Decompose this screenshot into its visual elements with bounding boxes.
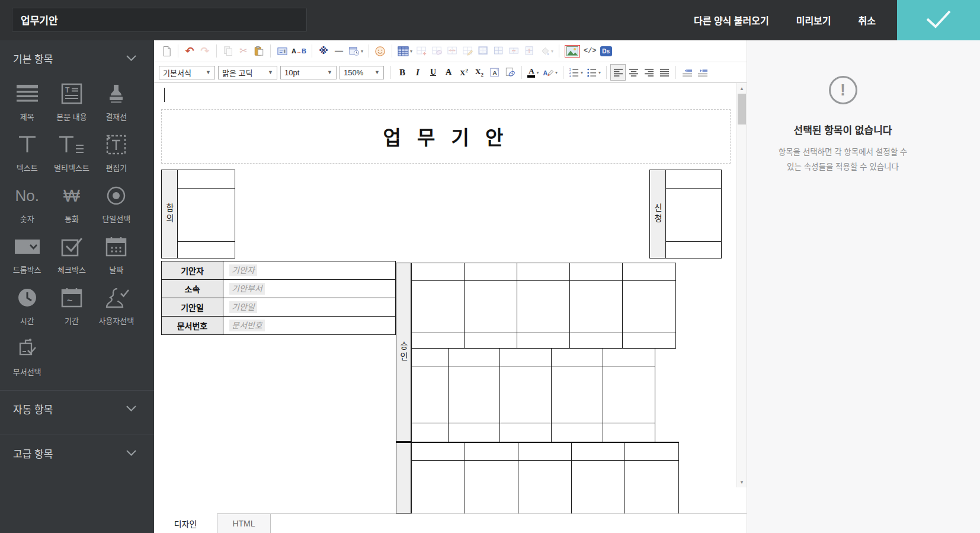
tab-design[interactable]: 디자인 bbox=[154, 513, 217, 533]
info-row-value-cell[interactable]: 기안자 bbox=[223, 261, 396, 280]
ordered-list-button[interactable]: 123▾ bbox=[567, 64, 585, 81]
hyperlink-button[interactable] bbox=[502, 64, 518, 81]
info-row-value-cell[interactable]: 기안부서 bbox=[223, 280, 396, 298]
approval-cell[interactable] bbox=[178, 189, 235, 242]
approval-cell[interactable] bbox=[465, 281, 517, 333]
sidebar-item-dept-select[interactable]: 부서선택 bbox=[5, 332, 49, 377]
approval-cell[interactable] bbox=[623, 263, 676, 281]
approval-cell[interactable] bbox=[666, 242, 722, 258]
copy-button[interactable] bbox=[220, 43, 236, 59]
sidebar-section-auto[interactable]: 자동 항목 bbox=[0, 391, 154, 426]
subscript-button[interactable]: X2 bbox=[472, 64, 487, 81]
sidebar-item-body-content[interactable]: T본문 내용 bbox=[49, 77, 94, 122]
sidebar-item-time[interactable]: 시간 bbox=[5, 281, 49, 326]
insert-datetime-button[interactable]: ▾ bbox=[347, 43, 365, 59]
approval-cell[interactable] bbox=[552, 349, 603, 366]
align-left-button[interactable] bbox=[610, 64, 626, 81]
approval-cell[interactable] bbox=[570, 333, 623, 349]
tab-html[interactable]: HTML bbox=[217, 513, 271, 533]
superscript-button[interactable]: X2 bbox=[456, 64, 472, 81]
info-row-value-cell[interactable]: 문서번호 bbox=[223, 317, 396, 335]
approval-cell[interactable] bbox=[570, 281, 623, 333]
approval-cell[interactable] bbox=[465, 333, 517, 349]
emoticon-button[interactable] bbox=[373, 43, 388, 59]
strikethrough-button[interactable]: A bbox=[441, 64, 456, 81]
approval-cell[interactable] bbox=[465, 263, 517, 281]
approval-cell[interactable] bbox=[552, 423, 603, 442]
font-size-select[interactable]: 10pt▼ bbox=[280, 66, 337, 79]
approval-cell[interactable] bbox=[552, 366, 603, 423]
approval-cell[interactable] bbox=[603, 349, 655, 366]
approval-cell[interactable] bbox=[623, 281, 676, 333]
approval-cell[interactable] bbox=[625, 461, 679, 513]
approval-cell[interactable] bbox=[412, 461, 465, 513]
approval-cell[interactable] bbox=[517, 263, 570, 281]
sidebar-item-approval-line[interactable]: 결재선 bbox=[94, 77, 139, 122]
italic-button[interactable]: I bbox=[410, 64, 425, 81]
approval-cell[interactable] bbox=[500, 366, 552, 423]
approval-cell[interactable] bbox=[570, 263, 623, 281]
highlight-color-button[interactable]: A▾ bbox=[541, 64, 559, 81]
sidebar-item-currency[interactable]: ₩통화 bbox=[49, 179, 94, 224]
approval-cell[interactable] bbox=[178, 170, 235, 189]
agree-approval-table[interactable]: 합의 bbox=[161, 170, 235, 258]
table-eraser-button[interactable] bbox=[430, 43, 445, 59]
insert-table-button[interactable]: ▾ bbox=[396, 43, 414, 59]
request-approval-table[interactable]: 신청 bbox=[649, 170, 722, 258]
align-center-button[interactable] bbox=[626, 64, 641, 81]
approval-cell[interactable] bbox=[412, 281, 465, 333]
info-row-value-cell[interactable]: 기안일 bbox=[223, 298, 396, 317]
sidebar-item-text[interactable]: 텍스트 bbox=[5, 128, 49, 173]
form-canvas[interactable]: 업 무 기 안 합의 신청 기안자 bbox=[154, 83, 747, 513]
approval-cell[interactable] bbox=[412, 443, 465, 461]
approval-cell[interactable] bbox=[517, 281, 570, 333]
table-edit-button[interactable] bbox=[460, 43, 476, 59]
approval-cell[interactable] bbox=[518, 443, 572, 461]
approval-cell[interactable] bbox=[412, 423, 449, 442]
sidebar-item-editor[interactable]: 편집기 bbox=[94, 128, 139, 173]
align-right-button[interactable] bbox=[641, 64, 656, 81]
outdent-button[interactable] bbox=[680, 64, 695, 81]
sidebar-item-multitext[interactable]: 멀티텍스트 bbox=[49, 128, 94, 173]
approval-cell[interactable] bbox=[412, 263, 465, 281]
approval-cell[interactable] bbox=[465, 443, 518, 461]
new-document-button[interactable] bbox=[159, 43, 174, 59]
sidebar-item-period[interactable]: ~기간 bbox=[49, 281, 94, 326]
special-char-button[interactable]: ※ bbox=[316, 43, 331, 59]
approval-cell[interactable] bbox=[465, 461, 518, 513]
split-cols-button[interactable] bbox=[507, 43, 522, 59]
cut-button[interactable]: ✂ bbox=[236, 43, 251, 59]
align-justify-button[interactable] bbox=[656, 64, 672, 81]
sidebar-item-number[interactable]: No.숫자 bbox=[5, 179, 49, 224]
approval-cell[interactable] bbox=[500, 349, 552, 366]
merge-cells-button[interactable] bbox=[445, 43, 460, 59]
html-source-button[interactable]: </> bbox=[582, 43, 598, 59]
confirm-button[interactable] bbox=[897, 0, 980, 40]
doc-title-block[interactable]: 업 무 기 안 bbox=[161, 109, 731, 164]
find-replace-button[interactable]: A→B bbox=[290, 43, 308, 59]
approval-cell[interactable] bbox=[603, 423, 655, 442]
sidebar-item-date[interactable]: 날짜 bbox=[94, 230, 139, 275]
doc-service-button[interactable]: Ds bbox=[598, 43, 614, 59]
insert-field-button[interactable] bbox=[274, 43, 290, 59]
redo-button[interactable]: ↷ bbox=[197, 43, 213, 59]
paste-button[interactable] bbox=[251, 43, 267, 59]
approval-cell[interactable] bbox=[449, 349, 500, 366]
cell-shading-button[interactable]: ▾ bbox=[537, 43, 555, 59]
scroll-up-icon[interactable]: ▲ bbox=[737, 84, 747, 93]
paragraph-style-select[interactable]: 기본서식▼ bbox=[159, 66, 215, 79]
outer-border-button[interactable] bbox=[476, 43, 491, 59]
font-color-button[interactable]: A▾ bbox=[526, 64, 541, 81]
horizontal-rule-button[interactable]: — bbox=[331, 43, 347, 59]
sidebar-section-advanced[interactable]: 고급 항목 bbox=[0, 435, 154, 471]
sidebar-item-dropdown[interactable]: 드롭박스 bbox=[5, 230, 49, 275]
sidebar-section-basic[interactable]: 기본 항목 bbox=[0, 40, 154, 76]
approval-cell[interactable] bbox=[500, 423, 552, 442]
canvas-scrollbar[interactable]: ▲ ▼ bbox=[736, 83, 747, 487]
preview-button[interactable]: 미리보기 bbox=[796, 13, 831, 27]
load-other-form-button[interactable]: 다른 양식 불러오기 bbox=[694, 13, 769, 27]
font-family-select[interactable]: 맑은 고딕▼ bbox=[218, 66, 277, 79]
approval-cell[interactable] bbox=[449, 366, 500, 423]
approval-cell[interactable] bbox=[412, 349, 449, 366]
approval-cell[interactable] bbox=[572, 443, 625, 461]
